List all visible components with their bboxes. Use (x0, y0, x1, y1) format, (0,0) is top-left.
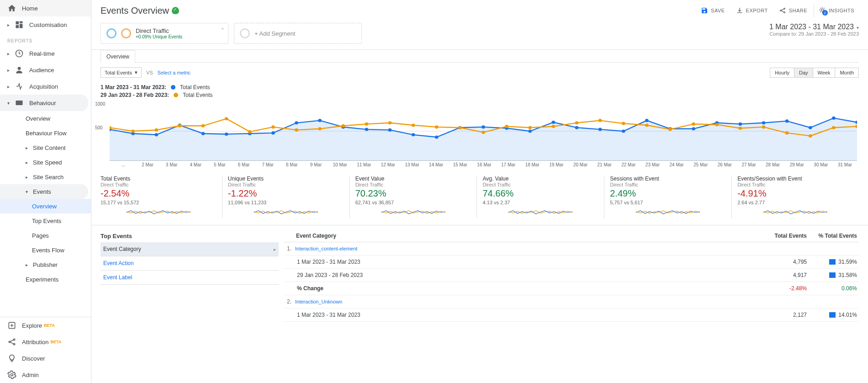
svg-point-5 (13, 339, 15, 340)
metric-value: -4.91% (737, 188, 853, 199)
insights-button[interactable]: INSIGHTS (814, 4, 859, 17)
table-row[interactable]: 2.Interaction_Unknown (284, 295, 859, 309)
svg-point-39 (692, 127, 695, 130)
person-icon (15, 65, 24, 74)
svg-point-50 (178, 124, 182, 128)
svg-point-1 (18, 67, 21, 70)
sidebar-admin[interactable]: Admin (0, 367, 91, 383)
metric-value: 2.49% (610, 188, 726, 199)
svg-point-45 (832, 117, 836, 120)
metric-sub: Direct Traffic (482, 182, 598, 187)
beta-badge: BETA (51, 340, 62, 344)
chevron-down-icon[interactable]: ⌄ (221, 25, 224, 30)
sidebar-customisation[interactable]: ▸ Customisation (0, 16, 91, 33)
xaxis: ...2 Mar3 Mar4 Mar5 Mar6 Mar7 Mar8 Mar9 … (110, 162, 857, 167)
sidebar-label: Audience (29, 67, 54, 74)
event-category-link[interactable]: Interaction_content-element (295, 246, 757, 251)
sidebar-explore[interactable]: ExploreBETA (0, 317, 91, 334)
sidebar-bh-sitespeed[interactable]: ▸Site Speed (0, 155, 91, 170)
caret-icon: ▸ (26, 175, 31, 180)
metric-card[interactable]: Unique EventsDirect Traffic-1.22%11,096 … (222, 176, 350, 218)
svg-point-35 (598, 128, 602, 131)
caret-down-icon: ▾ (26, 189, 31, 194)
svg-point-72 (692, 122, 695, 126)
svg-point-9 (783, 8, 785, 10)
attribution-icon (7, 337, 16, 346)
sidebar-bh-overview[interactable]: Overview (0, 111, 91, 126)
sidebar-audience[interactable]: ▸ Audience (0, 62, 91, 78)
tab-overview[interactable]: Overview (101, 50, 135, 63)
svg-point-56 (318, 127, 322, 130)
sidebar-ev-flow[interactable]: Events Flow (0, 243, 91, 257)
sidebar-acquisition[interactable]: ▸ Acquisition (0, 78, 91, 95)
svg-point-41 (739, 122, 742, 126)
sidebar-bh-sitesearch[interactable]: ▸Site Search (0, 170, 91, 184)
sidebar-discover[interactable]: Discover (0, 350, 91, 367)
date-range-picker[interactable]: 1 Mar 2023 - 31 Mar 2023▾ Compare to: 29… (769, 23, 859, 37)
acquisition-icon (15, 82, 24, 91)
svg-point-70 (645, 123, 649, 127)
sidebar-realtime[interactable]: ▸ Real-time (0, 45, 91, 62)
save-button[interactable]: SAVE (696, 4, 730, 17)
granularity-month[interactable]: Month (835, 68, 859, 78)
sidebar-bh-publisher[interactable]: ▸Publisher (0, 257, 91, 272)
metrics-row: Total EventsDirect Traffic-2.54%15,177 v… (91, 172, 868, 225)
svg-point-28 (435, 135, 439, 138)
svg-point-26 (388, 128, 392, 132)
metric-dropdown[interactable]: Total Events ▾ (101, 67, 142, 78)
svg-point-55 (295, 128, 298, 132)
select-metric-link[interactable]: Select a metric (158, 70, 191, 75)
table-row[interactable]: 1.Interaction_content-element (284, 242, 859, 255)
sidebar-ev-top[interactable]: Top Events (0, 213, 91, 228)
metric-card[interactable]: Events/Session with EventDirect Traffic-… (732, 176, 859, 218)
sidebar-attribution[interactable]: AttributionBETA (0, 334, 91, 350)
svg-point-57 (341, 124, 345, 128)
share-button[interactable]: SHARE (774, 4, 812, 17)
metric-sub: Direct Traffic (101, 182, 217, 187)
metric-value: -2.54% (101, 188, 217, 199)
donut-icon (106, 28, 116, 38)
page-header: Events Overview SAVE EXPORT SHARE INSIGH… (91, 0, 868, 17)
metric-card[interactable]: Total EventsDirect Traffic-2.54%15,177 v… (101, 176, 222, 218)
metric-card[interactable]: Avg. ValueDirect Traffic74.66%4.13 vs 2.… (477, 176, 604, 218)
caret-icon: ▸ (7, 22, 13, 27)
add-segment-button[interactable]: + Add Segment (234, 23, 362, 44)
svg-point-23 (318, 119, 322, 122)
svg-point-36 (622, 129, 625, 133)
segment-name: Direct Traffic (136, 27, 182, 34)
sidebar-behaviour[interactable]: ▾ Behaviour (0, 95, 88, 111)
table-row: 1 Mar 2023 - 31 Mar 20232,12714.01% (284, 309, 859, 322)
svg-point-67 (575, 121, 579, 124)
granularity-day[interactable]: Day (794, 68, 813, 78)
main: Events Overview SAVE EXPORT SHARE INSIGH… (91, 0, 868, 383)
export-button[interactable]: EXPORT (731, 4, 773, 17)
granularity-week[interactable]: Week (813, 68, 836, 78)
sidebar-bh-flow[interactable]: Behaviour Flow (0, 126, 91, 140)
legend-dot-orange (174, 93, 178, 97)
metric-card[interactable]: Sessions with EventDirect Traffic2.49%5,… (604, 176, 732, 218)
svg-point-74 (739, 127, 742, 130)
sidebar-bh-experiments[interactable]: Experiments (0, 272, 91, 287)
dim-event-action[interactable]: Event Action (101, 256, 279, 271)
metric-card[interactable]: Event ValueDirect Traffic70.23%62,741 vs… (350, 176, 477, 218)
event-category-link[interactable]: Interaction_Unknown (295, 299, 757, 304)
svg-point-65 (528, 126, 532, 129)
sidebar-label: Discover (22, 355, 45, 362)
dim-event-label[interactable]: Event Label (101, 271, 279, 285)
explore-icon (7, 321, 16, 330)
metric-vs: 4.13 vs 2.37 (482, 200, 598, 205)
sidebar-ev-overview[interactable]: Overview (0, 199, 91, 213)
segment-delta: +0.09% Unique Events (136, 34, 182, 39)
sidebar-bh-events[interactable]: ▾Events (0, 184, 88, 199)
segment-card[interactable]: Direct Traffic +0.09% Unique Events ⌄ (101, 23, 228, 44)
sidebar-bh-sitecontent[interactable]: ▸Site Content (0, 140, 91, 155)
dashboard-icon (15, 20, 24, 29)
svg-point-37 (645, 119, 649, 122)
legend-period-1: 1 Mar 2023 - 31 Mar 2023: (101, 84, 166, 90)
granularity-hourly[interactable]: Hourly (770, 68, 794, 78)
sidebar-ev-pages[interactable]: Pages (0, 228, 91, 243)
svg-point-76 (785, 131, 789, 134)
svg-point-77 (809, 134, 812, 138)
dim-event-category[interactable]: Event Category▸ (101, 242, 279, 256)
sidebar-home[interactable]: Home (0, 0, 91, 16)
